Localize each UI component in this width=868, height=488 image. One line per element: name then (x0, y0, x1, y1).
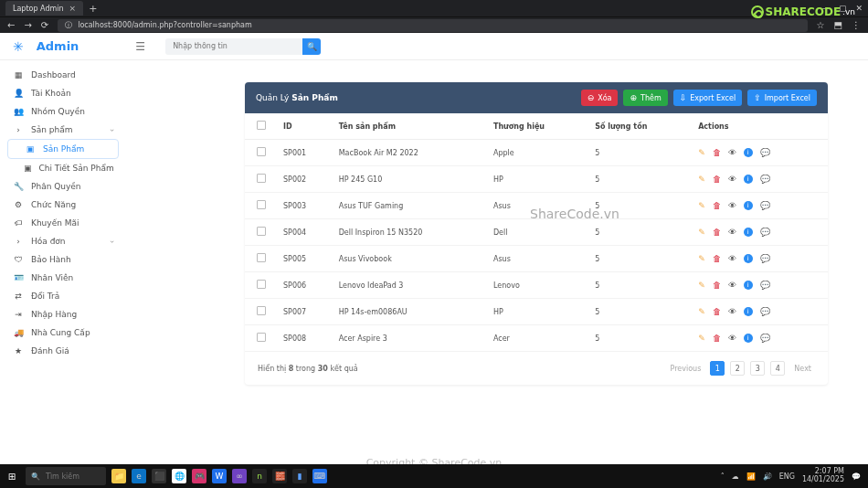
sidebar-item-đổi-trả[interactable]: ⇄Đổi Trả (7, 287, 119, 305)
taskbar-clock[interactable]: 2:07 PM 14/01/2025 (802, 468, 844, 484)
delete-button[interactable]: ⊖ Xóa (581, 90, 619, 106)
page-3[interactable]: 3 (750, 361, 765, 376)
back-icon[interactable]: ← (7, 20, 15, 30)
edit-icon[interactable]: ✎ (698, 228, 705, 237)
view-icon[interactable]: 👁 (728, 254, 736, 263)
row-checkbox[interactable] (257, 306, 266, 315)
maximize-icon[interactable]: ▢ (839, 4, 847, 13)
wifi-icon[interactable]: 📶 (746, 472, 756, 481)
sidebar-item-tài-khoản[interactable]: 👤Tài Khoản (7, 84, 119, 102)
taskbar-search-input[interactable] (46, 472, 101, 481)
app-icon[interactable]: n (252, 469, 267, 483)
select-all-checkbox[interactable] (257, 121, 266, 130)
row-checkbox[interactable] (257, 200, 266, 209)
app-icon[interactable]: ∞ (232, 469, 247, 483)
comment-icon[interactable]: 💬 (760, 228, 770, 237)
app-icon[interactable]: ▮ (292, 469, 307, 483)
app-icon[interactable]: 📁 (111, 469, 126, 483)
view-icon[interactable]: 👁 (728, 228, 736, 237)
minimize-icon[interactable]: — (821, 4, 830, 13)
info-icon[interactable]: i (744, 334, 753, 343)
sidebar-item-sản-phẩm[interactable]: ▣Sản Phẩm (7, 139, 119, 159)
browser-tab[interactable]: Laptop Admin × (5, 1, 83, 16)
comment-icon[interactable]: 💬 (760, 307, 770, 316)
edit-icon[interactable]: ✎ (698, 175, 705, 184)
edit-icon[interactable]: ✎ (698, 307, 705, 316)
notifications-icon[interactable]: 💬 (852, 472, 861, 481)
sidebar-item-dashboard[interactable]: ▦Dashboard (7, 66, 119, 84)
delete-icon[interactable]: 🗑 (713, 334, 721, 343)
close-window-icon[interactable]: ✕ (855, 4, 863, 13)
info-icon[interactable]: i (744, 228, 753, 237)
taskbar-search[interactable]: 🔍 (26, 467, 106, 485)
sidebar-item-đánh-giá[interactable]: ★Đánh Giá (7, 342, 119, 360)
export-excel-button[interactable]: ⇩ Export Excel (673, 90, 742, 106)
page-1[interactable]: 1 (710, 361, 725, 376)
app-icon[interactable]: 🧱 (272, 469, 287, 483)
menu-icon[interactable]: ⋮ (852, 20, 861, 30)
view-icon[interactable]: 👁 (728, 175, 736, 184)
delete-icon[interactable]: 🗑 (713, 281, 721, 290)
info-icon[interactable]: i (744, 201, 753, 210)
import-excel-button[interactable]: ⇧ Import Excel (747, 90, 817, 106)
edit-icon[interactable]: ✎ (698, 254, 705, 263)
sidebar-item-sản-phẩm[interactable]: ›Sản phẩm› (7, 121, 119, 139)
comment-icon[interactable]: 💬 (760, 148, 770, 157)
delete-icon[interactable]: 🗑 (713, 307, 721, 316)
sidebar-item-chức-năng[interactable]: ⚙Chức Năng (7, 196, 119, 214)
page-prev[interactable]: Previous (667, 361, 705, 376)
view-icon[interactable]: 👁 (728, 148, 736, 157)
sound-icon[interactable]: 🔊 (763, 472, 772, 481)
comment-icon[interactable]: 💬 (760, 175, 770, 184)
sidebar-item-bảo-hành[interactable]: 🛡Bảo Hành (7, 250, 119, 269)
app-icon[interactable]: 🌐 (172, 469, 186, 483)
sidebar-item-nhóm-quyền[interactable]: 👥Nhóm Quyền (7, 102, 119, 121)
url-input[interactable]: ⓘ localhost:8000/admin.php?controller=sa… (58, 19, 807, 32)
reload-icon[interactable]: ⟳ (41, 20, 48, 30)
info-icon[interactable]: i (744, 148, 753, 157)
info-icon[interactable]: i (744, 281, 753, 290)
menu-toggle-icon[interactable]: ☰ (135, 40, 145, 53)
lang-indicator[interactable]: ENG (779, 472, 795, 481)
app-icon[interactable]: W (212, 469, 227, 483)
row-checkbox[interactable] (257, 253, 266, 262)
row-checkbox[interactable] (257, 333, 266, 342)
sidebar-item-nhà-cung-cấp[interactable]: 🚚Nhà Cung Cấp (7, 324, 119, 342)
edit-icon[interactable]: ✎ (698, 148, 705, 157)
sidebar-item-khuyến-mãi[interactable]: 🏷Khuyến Mãi (7, 214, 119, 232)
close-icon[interactable]: × (69, 4, 77, 13)
sidebar-item-phân-quyền[interactable]: 🔧Phân Quyền (7, 177, 119, 196)
delete-icon[interactable]: 🗑 (713, 228, 721, 237)
star-icon[interactable]: ☆ (817, 20, 825, 30)
view-icon[interactable]: 👁 (728, 334, 736, 343)
page-4[interactable]: 4 (770, 361, 785, 376)
delete-icon[interactable]: 🗑 (713, 148, 721, 157)
forward-icon[interactable]: → (24, 20, 31, 30)
sidebar-item-nhân-viên[interactable]: 🪪Nhân Viên (7, 269, 119, 287)
search-input[interactable] (165, 38, 302, 55)
add-button[interactable]: ⊕ Thêm (623, 90, 667, 106)
info-icon[interactable]: i (744, 307, 753, 316)
start-button[interactable]: ⊞ (0, 464, 24, 488)
extension-icon[interactable]: ⬒ (834, 20, 842, 30)
view-icon[interactable]: 👁 (728, 307, 736, 316)
cloud-icon[interactable]: ☁ (732, 472, 739, 481)
row-checkbox[interactable] (257, 174, 266, 183)
delete-icon[interactable]: 🗑 (713, 254, 721, 263)
delete-icon[interactable]: 🗑 (713, 201, 721, 210)
comment-icon[interactable]: 💬 (760, 334, 770, 343)
comment-icon[interactable]: 💬 (760, 254, 770, 263)
sidebar-item-hóa-đơn[interactable]: ›Hóa đơn› (7, 232, 119, 250)
search-button[interactable]: 🔍 (302, 38, 321, 55)
app-icon[interactable]: ⬛ (152, 469, 166, 483)
comment-icon[interactable]: 💬 (760, 281, 770, 290)
app-icon[interactable]: 🎮 (192, 469, 206, 483)
edit-icon[interactable]: ✎ (698, 334, 705, 343)
view-icon[interactable]: 👁 (728, 201, 736, 210)
row-checkbox[interactable] (257, 280, 266, 289)
chevron-up-icon[interactable]: ˄ (721, 472, 725, 481)
info-icon[interactable]: i (744, 175, 753, 184)
page-next[interactable]: Next (790, 361, 815, 376)
new-tab-button[interactable]: + (89, 3, 97, 15)
row-checkbox[interactable] (257, 147, 266, 156)
